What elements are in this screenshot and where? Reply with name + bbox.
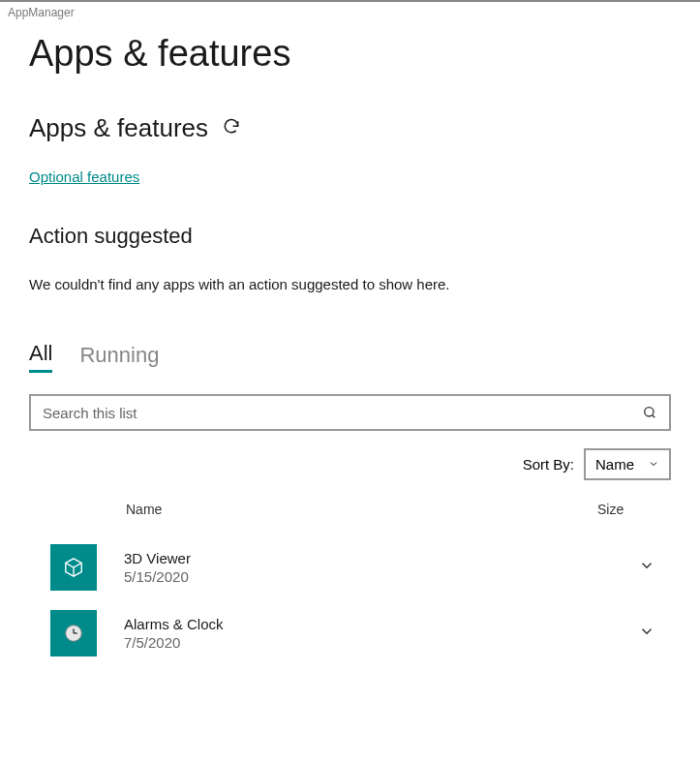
app-row[interactable]: 3D Viewer 5/15/2020 (29, 534, 671, 600)
refresh-icon (222, 117, 241, 139)
tab-all[interactable]: All (29, 341, 52, 373)
tabs: All Running (29, 341, 671, 373)
search-input[interactable] (31, 405, 630, 421)
section-title: Apps & features (29, 113, 208, 143)
sort-selected-value: Name (595, 456, 634, 473)
app-name: Alarms & Clock (124, 616, 611, 632)
tab-running[interactable]: Running (79, 341, 159, 373)
chevron-down-icon (648, 456, 659, 473)
app-row[interactable]: Alarms & Clock 7/5/2020 (29, 600, 671, 666)
clock-icon (50, 610, 97, 656)
sort-label: Sort By: (523, 456, 574, 473)
refresh-button[interactable] (220, 115, 243, 141)
search-box[interactable] (29, 394, 671, 431)
chevron-down-icon (638, 557, 655, 578)
sort-select[interactable]: Name (584, 448, 671, 480)
app-date: 7/5/2020 (124, 634, 611, 651)
action-suggested-title: Action suggested (29, 224, 671, 249)
page-title: Apps & features (29, 33, 671, 75)
window-title: AppManager (0, 2, 700, 23)
app-name: 3D Viewer (124, 550, 611, 566)
action-suggested-message: We couldn't find any apps with an action… (29, 276, 671, 292)
svg-point-0 (645, 408, 654, 416)
cube-icon (50, 544, 97, 591)
chevron-down-icon (638, 623, 655, 644)
app-date: 5/15/2020 (124, 568, 611, 585)
search-icon (630, 405, 669, 420)
optional-features-link[interactable]: Optional features (29, 168, 139, 185)
column-name: Name (126, 502, 597, 517)
column-size: Size (597, 502, 655, 517)
svg-line-1 (653, 415, 655, 418)
table-header: Name Size (29, 502, 671, 517)
